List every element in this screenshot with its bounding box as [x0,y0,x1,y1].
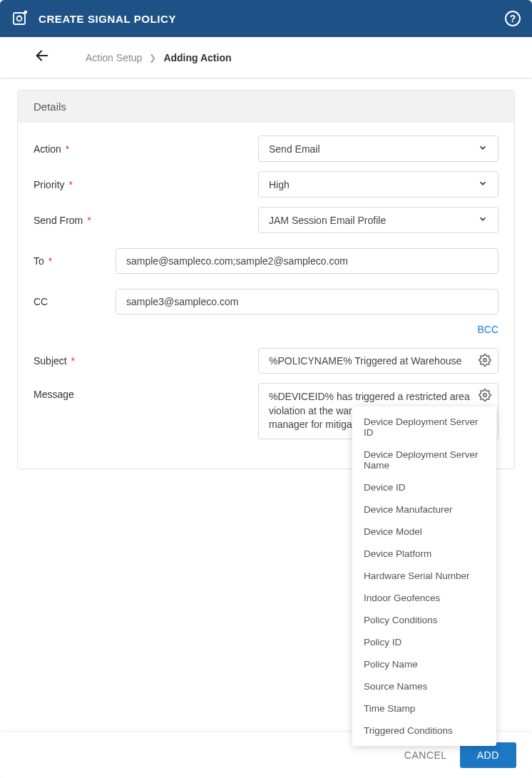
subject-value: %POLICYNAME% Triggered at Warehouse [269,355,461,367]
card-title: Details [18,91,514,123]
chevron-down-icon [478,178,488,190]
send-from-select[interactable]: JAM Session Email Profile [258,207,498,233]
action-label: Action * [34,143,116,155]
back-arrow-icon[interactable] [34,48,50,68]
cc-value: sample3@sampleco.com [126,296,238,307]
subject-label: Subject * [34,355,116,367]
svg-rect-0 [14,13,25,24]
variable-dropdown: Device Deployment Server ID Device Deplo… [352,406,496,746]
signal-policy-icon [11,9,29,29]
dropdown-item[interactable]: Time Stamp [352,697,496,720]
dropdown-item[interactable]: Device Manufacturer [352,498,496,521]
dropdown-item[interactable]: Policy Name [352,653,496,675]
to-value: sample@sampleco.com;sample2@sampleco.com [126,255,348,267]
send-from-value: JAM Session Email Profile [269,215,386,226]
action-value: Send Email [269,143,320,155]
cc-input[interactable]: sample3@sampleco.com [116,289,498,314]
cancel-button[interactable]: CANCEL [404,749,447,761]
priority-label: Priority * [34,179,116,190]
dropdown-item[interactable]: Indoor Geofences [352,587,496,609]
to-input[interactable]: sample@sampleco.com;sample2@sampleco.com [116,248,498,274]
dropdown-item[interactable]: Source Names [352,675,496,697]
breadcrumb-parent[interactable]: Action Setup [86,52,142,63]
chevron-right-icon: ❯ [149,53,156,63]
action-select[interactable]: Send Email [258,135,498,162]
priority-value: High [269,179,290,190]
dropdown-item[interactable]: Policy Conditions [352,609,496,631]
to-label: To * [34,255,116,267]
dropdown-item[interactable]: Device Deployment Server Name [352,444,496,476]
cc-label: CC [34,296,116,307]
breadcrumb-current: Adding Action [163,52,231,63]
svg-point-4 [484,394,487,397]
gear-icon[interactable] [479,354,491,369]
message-label: Message [34,383,116,400]
dropdown-item[interactable]: Device Model [352,521,496,543]
gear-icon[interactable] [479,389,491,404]
priority-select[interactable]: High [258,171,498,198]
subheader: Action Setup ❯ Adding Action [0,37,532,78]
dropdown-item[interactable]: Triggered Conditions [352,720,496,742]
bcc-link[interactable]: BCC [477,324,498,335]
help-icon[interactable]: ? [505,11,521,26]
bcc-row: BCC [34,324,498,335]
chevron-down-icon [478,214,488,226]
dropdown-item[interactable]: Device Platform [352,543,496,565]
dialog-title: CREATE SIGNAL POLICY [39,13,176,25]
dropdown-item[interactable]: Hardware Serial Number [352,565,496,587]
send-from-label: Send From * [34,215,116,226]
svg-point-3 [484,359,487,362]
dropdown-item[interactable]: Policy ID [352,631,496,653]
dialog-header: CREATE SIGNAL POLICY ? [0,0,532,37]
breadcrumb: Action Setup ❯ Adding Action [86,52,232,63]
svg-point-1 [17,16,22,21]
add-button[interactable]: ADD [460,742,516,768]
dropdown-item[interactable]: Device ID [352,476,496,498]
subject-input[interactable]: %POLICYNAME% Triggered at Warehouse [258,348,498,374]
dropdown-item[interactable]: Device Deployment Server ID [352,411,496,444]
chevron-down-icon [478,143,488,155]
